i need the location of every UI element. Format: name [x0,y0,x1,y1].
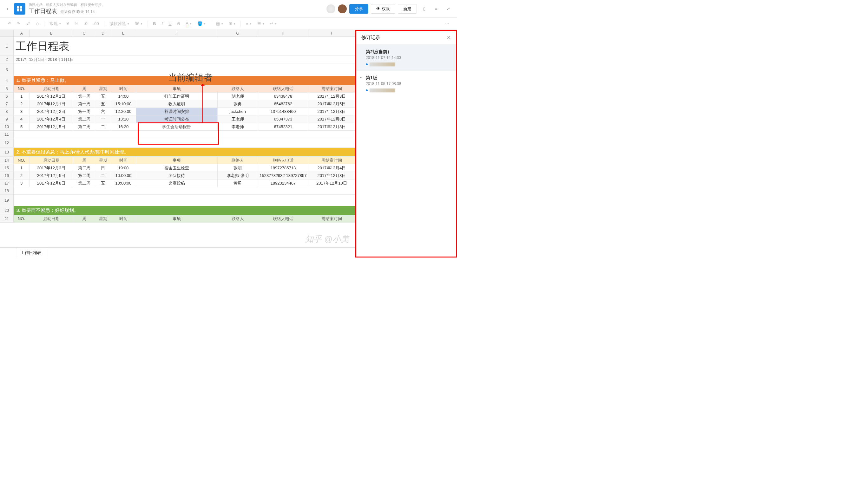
sheet-tab[interactable]: 工作日程表 [16,248,46,257]
font-size-dropdown[interactable]: 36 [133,21,144,27]
table-cell[interactable]: 二 [95,172,111,179]
table-cell[interactable]: 2017年12月10日 [308,180,355,187]
row-header[interactable]: 1 [0,37,13,56]
table-cell[interactable]: 五 [95,180,111,187]
table-header-cell[interactable]: NO. [13,215,29,222]
decrease-decimal-button[interactable]: .0 [82,21,90,27]
date-range[interactable]: 2017年12月1日 - 2018年1月1日 [13,56,355,63]
font-dropdown[interactable]: 微软雅黑 [107,20,131,27]
table-header-cell[interactable]: 需结案时间 [308,215,355,222]
table-cell[interactable]: 15:10:00 [111,100,136,107]
more-button[interactable]: ⋯ [443,21,451,27]
table-cell[interactable]: 比赛投稿 [136,180,218,187]
table-cell[interactable]: 张勇 [218,100,258,107]
row-header[interactable]: 18 [0,187,13,194]
table-cell[interactable]: 2017年12月8日 [308,116,355,123]
row-header[interactable]: 6 [0,93,13,100]
table-cell[interactable]: 2017年12月4日 [308,164,355,171]
table-cell[interactable]: 胡老师 [218,93,258,100]
table-cell[interactable]: 2017年12月4日 [30,116,73,123]
col-header[interactable]: A [13,30,29,36]
table-cell[interactable]: 2017年12月1日 [30,100,73,107]
menu-icon[interactable]: ≡ [431,4,441,13]
percent-button[interactable]: % [73,21,80,27]
border-button[interactable]: ▦ [214,21,225,27]
table-cell[interactable]: 2017年12月5日 [30,172,73,179]
increase-decimal-button[interactable]: .00 [91,21,101,27]
table-cell[interactable]: 65347373 [258,116,308,123]
section-header[interactable]: 3. 重要而不紧急：好好规划。 [13,206,355,215]
col-header[interactable]: F [136,30,218,36]
table-cell[interactable]: 第一周 [73,93,95,100]
table-cell[interactable]: 3 [13,180,29,187]
table-cell[interactable]: 2 [13,100,29,107]
table-cell[interactable]: 考证时间公布 [136,116,218,123]
text-color-button[interactable]: A [184,20,193,27]
table-cell[interactable]: 第二周 [73,164,95,171]
table-cell[interactable]: 19:00 [111,164,136,171]
table-cell[interactable]: 1 [13,93,29,100]
row-header[interactable]: 21 [0,215,13,222]
table-header-cell[interactable]: 事项 [136,215,218,222]
table-cell[interactable]: 补课时间安排 [136,108,218,115]
italic-button[interactable]: I [160,21,165,27]
clear-format-button[interactable]: ◇ [34,21,41,27]
table-header-cell[interactable]: 星期 [95,85,111,92]
row-header[interactable]: 19 [0,195,13,206]
currency-button[interactable]: ¥ [65,21,71,27]
new-button[interactable]: 新建 [398,4,417,13]
share-button[interactable]: 分享 [349,4,368,13]
select-all-corner[interactable] [0,30,13,36]
table-cell[interactable]: 打印工作证明 [136,93,218,100]
row-header[interactable]: 11 [0,131,13,138]
table-cell[interactable]: 李老师 [218,123,258,130]
format-painter-button[interactable]: 🖌 [24,21,32,27]
table-header-cell[interactable]: 需结案时间 [308,157,355,164]
table-cell[interactable]: 67452321 [258,123,308,130]
bold-button[interactable]: B [151,21,158,27]
permission-button[interactable]: 👁权限 [371,4,395,13]
expand-caret-icon[interactable]: ▾ [360,76,362,79]
table-cell[interactable]: 王老师 [218,116,258,123]
table-cell[interactable]: 4 [13,116,29,123]
table-cell[interactable]: 65483762 [258,100,308,107]
table-header-cell[interactable]: 联络人 [218,215,258,222]
table-cell[interactable]: 日 [95,164,111,171]
col-header[interactable]: H [258,30,308,36]
table-cell[interactable]: 第二周 [73,180,95,187]
row-header[interactable]: 15 [0,164,13,171]
table-header-cell[interactable]: 事项 [136,157,218,164]
table-cell[interactable]: 第一周 [73,108,95,115]
table-cell[interactable]: 13751488460 [258,108,308,115]
table-cell[interactable]: 五 [95,100,111,107]
table-cell[interactable]: 2017年12月1日 [30,93,73,100]
table-cell[interactable]: 2017年12月3日 [30,164,73,171]
strikethrough-button[interactable]: S [176,21,182,27]
table-header-cell[interactable]: 事项 [136,85,218,92]
table-cell[interactable]: 李老师 张明 [218,172,258,179]
grid[interactable]: 1 工作日程表 2 2017年12月1日 - 2018年1月1日 3 4 1. … [0,37,355,247]
table-header-cell[interactable]: 联络人 [218,85,258,92]
table-cell[interactable]: 学生会活动报告 [136,123,218,130]
table-header-cell[interactable]: 联络人电话 [258,215,308,222]
table-cell[interactable]: 第二周 [73,172,95,179]
table-header-cell[interactable]: 启动日期 [30,85,73,92]
table-cell[interactable]: 2017年12月2日 [30,108,73,115]
table-header-cell[interactable]: 星期 [95,215,111,222]
table-header-cell[interactable]: 需结案时间 [308,85,355,92]
table-cell[interactable]: 五 [95,93,111,100]
table-cell[interactable]: 63438478 [258,93,308,100]
fill-color-button[interactable]: 🪣 [195,21,208,27]
table-cell[interactable]: 黄勇 [218,180,258,187]
table-header-cell[interactable]: NO. [13,157,29,164]
section-header[interactable]: 2. 不重要但很紧急：马上办/请人代办/集中时间处理。 [13,148,355,156]
row-header[interactable]: 7 [0,100,13,107]
table-cell[interactable]: 18972785713 [258,164,308,171]
section-header[interactable]: 1. 重要且紧急：马上做。 [13,76,355,85]
row-header[interactable]: 13 [0,148,13,156]
row-header[interactable]: 4 [0,76,13,85]
table-cell[interactable]: 5 [13,123,29,130]
table-cell[interactable]: 16:20 [111,123,136,130]
table-cell[interactable]: 2017年12月5日 [308,100,355,107]
table-cell[interactable]: 2 [13,172,29,179]
